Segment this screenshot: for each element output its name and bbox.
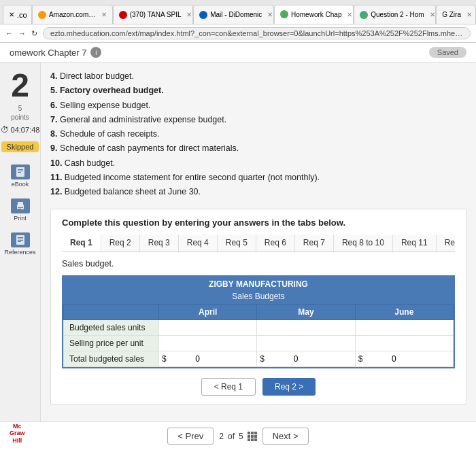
timer-icon: ⏱ bbox=[1, 125, 9, 135]
page-header-title: omework Chapter 7 i bbox=[10, 47, 101, 58]
print-icon bbox=[11, 198, 30, 213]
svg-rect-7 bbox=[18, 209, 21, 209]
svg-rect-6 bbox=[18, 207, 23, 208]
tab-tana[interactable]: (370) TANA SPIL ✕ bbox=[113, 5, 193, 24]
col-header-june: June bbox=[355, 305, 453, 320]
item-10: 10. Cash budget. bbox=[50, 156, 466, 171]
dollar-sign-may: $ bbox=[260, 354, 265, 364]
item-4: 4. Direct labor budget. bbox=[50, 69, 466, 84]
tab-req6[interactable]: Req 6 bbox=[256, 235, 295, 252]
page-of: of bbox=[228, 432, 235, 441]
ebook-label: eBook bbox=[12, 181, 29, 188]
instruction-box: Complete this question by entering your … bbox=[50, 209, 466, 404]
input-may-3[interactable]: $ bbox=[257, 351, 355, 367]
ebook-button[interactable]: eBook bbox=[11, 165, 30, 188]
svg-rect-9 bbox=[18, 237, 23, 238]
col-header-empty bbox=[64, 305, 159, 320]
row-budgeted-sales-units: Budgeted sales units bbox=[64, 320, 454, 336]
page-footer: Mc Graw Hill < Prev 2 of 5 Next > bbox=[0, 421, 476, 450]
input-april-1[interactable] bbox=[159, 320, 257, 336]
req-nav-buttons: < Req 1 Req 2 > bbox=[62, 378, 455, 396]
tab-amazon[interactable]: Amazon.com : Di ✕ bbox=[32, 5, 113, 24]
input-may-1[interactable] bbox=[257, 320, 355, 336]
sales-budget-label: Sales budget. bbox=[62, 259, 455, 269]
tab-req12[interactable]: Req 12 bbox=[437, 235, 455, 252]
input-june-price[interactable] bbox=[358, 337, 399, 349]
page-header: omework Chapter 7 i Saved bbox=[0, 43, 476, 63]
info-icon[interactable]: i bbox=[90, 47, 101, 58]
url-bar[interactable]: ezto.mheducation.com/ext/map/index.html?… bbox=[43, 27, 471, 39]
input-april-2[interactable] bbox=[159, 336, 257, 351]
input-april-3[interactable]: $ bbox=[159, 351, 257, 367]
question-number: 2 bbox=[11, 69, 29, 102]
saved-badge: Saved bbox=[429, 47, 466, 58]
sidebar-icons: eBook Print bbox=[4, 165, 35, 256]
skipped-badge: Skipped bbox=[1, 141, 39, 152]
svg-rect-12 bbox=[18, 241, 21, 242]
input-may-units[interactable] bbox=[260, 322, 301, 334]
svg-rect-11 bbox=[18, 240, 23, 241]
input-june-units[interactable] bbox=[358, 322, 399, 334]
logo-graw: Graw bbox=[10, 430, 25, 437]
print-button[interactable]: Print bbox=[11, 198, 30, 222]
forward-icon[interactable]: → bbox=[18, 29, 26, 37]
row-label-1: Budgeted sales units bbox=[64, 320, 159, 336]
reload-icon[interactable]: ↻ bbox=[31, 29, 37, 38]
next-req-button[interactable]: Req 2 > bbox=[262, 378, 316, 396]
tab-question2[interactable]: Question 2 - Hom ✕ bbox=[354, 5, 436, 24]
input-may-total[interactable] bbox=[267, 353, 301, 365]
grid-icon[interactable] bbox=[248, 432, 257, 441]
input-april-total[interactable] bbox=[169, 353, 203, 365]
input-may-price[interactable] bbox=[260, 337, 301, 349]
print-label: Print bbox=[14, 215, 27, 222]
item-11: 11. Budgeted income statement for entire… bbox=[50, 171, 466, 185]
next-button[interactable]: Next > bbox=[262, 428, 309, 445]
input-april-units[interactable] bbox=[162, 322, 203, 334]
req-tabs: Req 1 Req 2 Req 3 Req 4 Req 5 Req 6 Req … bbox=[62, 235, 455, 252]
row-label-2: Selling price per unit bbox=[64, 336, 159, 351]
references-button[interactable]: References bbox=[4, 232, 35, 256]
references-label: References bbox=[4, 249, 35, 256]
table-title: Sales Budgets bbox=[63, 290, 454, 304]
tab-mail[interactable]: Mail - DiDomenic ✕ bbox=[193, 5, 274, 24]
ebook-icon bbox=[11, 165, 30, 179]
prev-button[interactable]: < Prev bbox=[167, 428, 214, 445]
row-label-3: Total budgeted sales bbox=[64, 351, 159, 367]
tab-co[interactable]: ✕ .co bbox=[3, 5, 32, 24]
tab-req4[interactable]: Req 4 bbox=[179, 235, 218, 252]
row-selling-price: Selling price per unit bbox=[64, 336, 454, 351]
page-total: 5 bbox=[239, 432, 243, 441]
budget-table-container: ZIGBY MANUFACTURING Sales Budgets April … bbox=[62, 275, 455, 368]
svg-rect-2 bbox=[18, 171, 23, 171]
col-header-may: May bbox=[257, 305, 355, 320]
tab-req11[interactable]: Req 11 bbox=[393, 235, 437, 252]
input-june-3[interactable]: $ bbox=[355, 351, 453, 367]
budget-table: April May June Budgeted sales units bbox=[63, 304, 454, 367]
tab-req1[interactable]: Req 1 bbox=[62, 235, 101, 252]
references-icon bbox=[11, 232, 30, 247]
logo-hill: Hill bbox=[10, 437, 25, 445]
tab-req2[interactable]: Req 2 bbox=[101, 235, 140, 252]
back-icon[interactable]: ← bbox=[5, 29, 13, 37]
prev-req-button[interactable]: < Req 1 bbox=[201, 378, 256, 396]
mcgraw-logo: Mc Graw Hill bbox=[10, 423, 25, 445]
tab-req7[interactable]: Req 7 bbox=[295, 235, 334, 252]
header-title-text: omework Chapter 7 bbox=[10, 48, 86, 58]
left-sidebar: 2 5 points ⏱ 04:07:48 Skipped eBook bbox=[0, 63, 41, 421]
input-april-price[interactable] bbox=[162, 337, 203, 349]
tab-req8to10[interactable]: Req 8 to 10 bbox=[334, 235, 393, 252]
tab-zira[interactable]: G Zira ✕ bbox=[436, 5, 476, 24]
input-june-2[interactable] bbox=[355, 336, 453, 351]
tab-req5[interactable]: Req 5 bbox=[218, 235, 256, 252]
instruction-text: Complete this question by entering your … bbox=[62, 218, 455, 228]
item-9: 9. Schedule of cash payments for direct … bbox=[50, 141, 466, 156]
tab-homework[interactable]: Homework Chap ✕ bbox=[274, 5, 354, 24]
browser-tabs: ✕ .co Amazon.com : Di ✕ (370) TANA SPIL … bbox=[0, 0, 476, 24]
input-june-1[interactable] bbox=[355, 320, 453, 336]
col-header-april: April bbox=[159, 305, 257, 320]
points-label: points bbox=[11, 114, 29, 121]
main-layout: 2 5 points ⏱ 04:07:48 Skipped eBook bbox=[0, 63, 476, 421]
input-june-total[interactable] bbox=[365, 353, 399, 365]
input-may-2[interactable] bbox=[257, 336, 355, 351]
tab-req3[interactable]: Req 3 bbox=[140, 235, 179, 252]
